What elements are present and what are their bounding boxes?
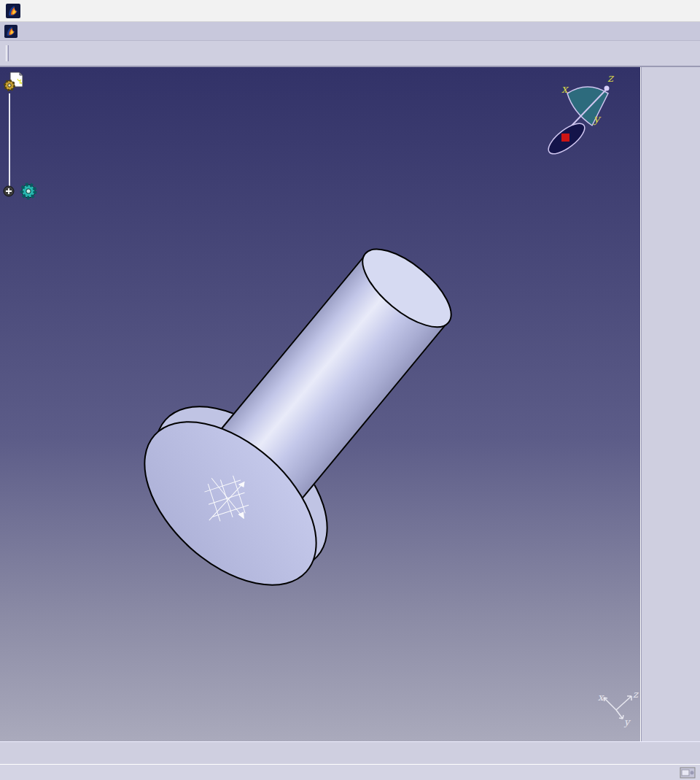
main-area: x y z x z y bbox=[0, 67, 700, 741]
menu-bar bbox=[0, 22, 700, 41]
catia-window: x y z x z y bbox=[0, 0, 700, 780]
right-toolbar-column-1 bbox=[641, 67, 671, 741]
standard-toolbar bbox=[0, 741, 700, 764]
part-document-icon bbox=[3, 70, 25, 92]
title-bar bbox=[0, 0, 700, 22]
svg-text:z: z bbox=[633, 689, 639, 700]
compass-anchor[interactable] bbox=[561, 134, 569, 142]
document-menu-icon[interactable] bbox=[4, 25, 18, 38]
expand-plus-icon[interactable] bbox=[3, 185, 15, 197]
toolbar-grip[interactable] bbox=[6, 45, 9, 61]
3d-viewport[interactable]: x y z x z y bbox=[0, 67, 640, 741]
compass-z-knob[interactable] bbox=[604, 86, 610, 91]
part-body-gear-icon bbox=[18, 180, 39, 202]
specification-tree bbox=[0, 67, 219, 257]
catia-app-icon bbox=[6, 4, 20, 18]
graphic-properties-toolbar bbox=[0, 41, 700, 67]
tree-node-part-body[interactable] bbox=[3, 180, 44, 202]
tree-node-part-root[interactable] bbox=[3, 70, 28, 92]
right-toolbar bbox=[640, 67, 700, 741]
status-bar bbox=[0, 764, 700, 780]
right-toolbar-column-2 bbox=[671, 67, 700, 741]
power-input-icon[interactable] bbox=[680, 767, 696, 779]
tree-trunk-line bbox=[9, 93, 10, 190]
